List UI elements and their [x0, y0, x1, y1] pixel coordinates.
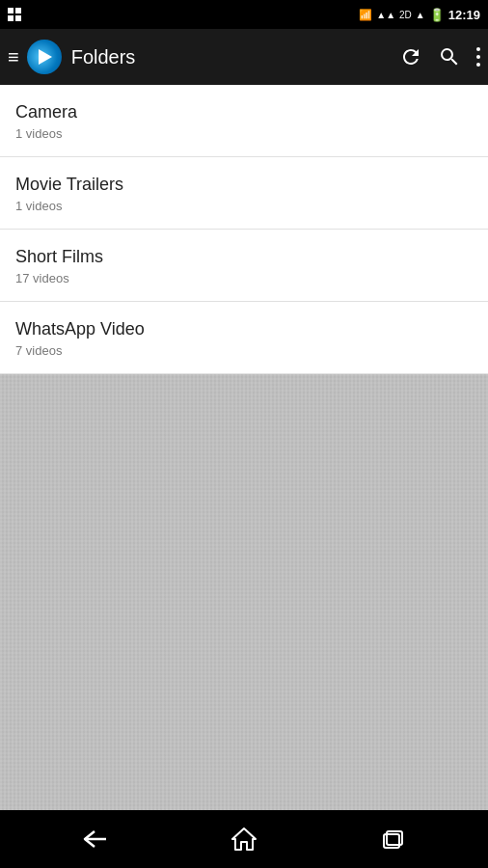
folder-name: WhatsApp Video	[15, 319, 473, 339]
refresh-button[interactable]	[399, 45, 422, 68]
home-button[interactable]	[211, 819, 277, 859]
signal-icon: ▲▲	[376, 10, 395, 20]
folder-count: 1 videos	[15, 126, 473, 141]
recents-icon	[380, 827, 407, 852]
folder-item[interactable]: WhatsApp Video7 videos	[0, 302, 488, 374]
refresh-icon	[399, 45, 422, 68]
folder-item[interactable]: Short Films17 videos	[0, 230, 488, 302]
recents-button[interactable]	[361, 819, 426, 859]
home-icon	[230, 827, 258, 852]
play-triangle-icon	[39, 49, 52, 65]
back-icon	[81, 827, 108, 851]
toolbar: ≡ Folders	[0, 29, 488, 85]
back-button[interactable]	[62, 820, 127, 858]
status-left-icons	[8, 8, 21, 21]
folder-count: 17 videos	[15, 271, 473, 285]
folder-count: 7 videos	[15, 343, 473, 358]
folder-item[interactable]: Movie Trailers1 videos	[0, 157, 488, 230]
data-icon: 2D	[399, 10, 412, 20]
nav-bar	[0, 810, 488, 868]
search-icon	[438, 45, 461, 68]
folder-count: 1 videos	[15, 199, 473, 213]
folder-list: Camera1 videosMovie Trailers1 videosShor…	[0, 85, 488, 374]
status-time: 12:19	[448, 8, 480, 22]
svg-marker-1	[232, 828, 256, 850]
menu-icon[interactable]: ≡	[8, 46, 19, 68]
app-logo	[27, 40, 62, 74]
search-button[interactable]	[438, 45, 461, 68]
battery-icon: 🔋	[429, 8, 445, 22]
toolbar-title: Folders	[71, 46, 399, 68]
status-bar: 📶 ▲▲ 2D ▲ 🔋 12:19	[0, 0, 488, 29]
more-options-button[interactable]	[476, 47, 480, 67]
bluetooth-icon: 📶	[359, 9, 372, 21]
folder-item[interactable]: Camera1 videos	[0, 85, 488, 157]
folder-name: Short Films	[15, 247, 473, 267]
status-right-icons: 📶 ▲▲ 2D ▲ 🔋 12:19	[359, 8, 480, 22]
vertical-dots-icon	[476, 47, 480, 67]
folder-name: Camera	[15, 102, 473, 122]
content-area	[0, 374, 488, 810]
signal2-icon: ▲	[416, 10, 425, 20]
folder-name: Movie Trailers	[15, 175, 473, 195]
toolbar-actions	[399, 45, 480, 68]
grid-icon	[8, 8, 21, 21]
